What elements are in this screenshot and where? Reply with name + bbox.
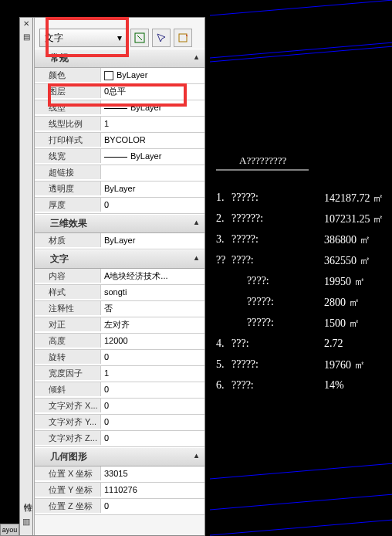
layout-tab[interactable]: ayou bbox=[0, 524, 19, 536]
drawing-row-num[interactable]: ?? bbox=[216, 254, 225, 266]
group-header[interactable]: 三维效果▴ bbox=[35, 214, 204, 233]
property-value[interactable]: 0 bbox=[101, 198, 204, 213]
drawing-row-value[interactable]: 14% bbox=[324, 379, 344, 392]
property-value[interactable]: 12000 bbox=[101, 334, 204, 349]
property-value[interactable]: 1 bbox=[101, 117, 204, 132]
properties-list[interactable]: 常规▴颜色ByLayer图层0总平线型ByLayer线型比例1打印样式BYCOL… bbox=[35, 49, 204, 535]
property-row[interactable]: 图层0总平 bbox=[35, 84, 204, 100]
property-row[interactable]: 超链接 bbox=[35, 165, 204, 181]
property-value[interactable]: ByLayer bbox=[101, 68, 204, 83]
drawing-row-label[interactable]: ??????: bbox=[231, 212, 263, 225]
property-value[interactable]: 0 bbox=[101, 499, 204, 514]
collapse-arrow-icon[interactable]: ▴ bbox=[194, 451, 198, 460]
group-header[interactable]: 几何图形▴ bbox=[35, 447, 204, 466]
property-row[interactable]: 位置 Z 坐标0 bbox=[35, 499, 204, 515]
drawing-title[interactable]: A????????? bbox=[239, 154, 286, 167]
property-row[interactable]: 透明度ByLayer bbox=[35, 181, 204, 198]
property-value[interactable]: 0 bbox=[101, 382, 204, 398]
quick-select-icon[interactable] bbox=[130, 29, 149, 47]
property-row[interactable]: 样式songti bbox=[35, 285, 204, 301]
property-row[interactable]: 文字对齐 Y...0 bbox=[35, 415, 204, 431]
drawing-row-label[interactable]: ???: bbox=[231, 338, 249, 350]
drawing-row-num[interactable]: 6. bbox=[216, 379, 225, 392]
property-row[interactable]: 位置 X 坐标33015 bbox=[35, 466, 204, 483]
close-icon[interactable]: ✕ bbox=[20, 19, 32, 31]
select-objects-icon[interactable] bbox=[152, 29, 171, 47]
property-row[interactable]: 材质ByLayer bbox=[35, 233, 204, 249]
property-row[interactable]: 打印样式BYCOLOR bbox=[35, 133, 204, 149]
drawing-row-label[interactable]: ?????: bbox=[231, 233, 259, 246]
drawing-row-value[interactable]: 107231.25 ㎡ bbox=[324, 212, 384, 226]
drawing-row-value[interactable]: 19760 ㎡ bbox=[324, 358, 365, 372]
drawing-row-label[interactable]: ?????: bbox=[247, 296, 274, 308]
property-label: 位置 X 坐标 bbox=[35, 466, 101, 480]
property-row[interactable]: 旋转0 bbox=[35, 350, 204, 366]
collapse-arrow-icon[interactable]: ▴ bbox=[194, 218, 198, 226]
toggle-pickadd-icon[interactable] bbox=[174, 29, 192, 47]
property-label: 高度 bbox=[35, 334, 101, 348]
svg-rect-8 bbox=[179, 34, 187, 42]
drawing-row-label[interactable]: ?????: bbox=[231, 358, 259, 371]
object-type-selector[interactable]: 文字 ▾ bbox=[39, 29, 127, 47]
property-value[interactable]: ByLayer bbox=[101, 233, 204, 249]
property-value[interactable]: songti bbox=[101, 285, 204, 300]
group-header[interactable]: 常规▴ bbox=[35, 49, 204, 68]
property-value[interactable]: 1110276 bbox=[101, 483, 204, 498]
property-row[interactable]: 对正左对齐 bbox=[35, 317, 204, 334]
property-row[interactable]: 颜色ByLayer bbox=[35, 68, 204, 84]
property-value[interactable]: 33015 bbox=[101, 466, 204, 482]
drawing-row-value[interactable]: 1500 ㎡ bbox=[324, 317, 360, 331]
drawing-row-label[interactable]: ?????: bbox=[231, 192, 259, 204]
menu-icon[interactable]: ▤ bbox=[20, 32, 32, 44]
property-row[interactable]: 文字对齐 X...0 bbox=[35, 399, 204, 415]
property-value[interactable]: 0总平 bbox=[101, 84, 204, 100]
collapse-arrow-icon[interactable]: ▴ bbox=[194, 253, 198, 262]
pin-icon[interactable]: ▥ bbox=[21, 517, 32, 528]
property-value[interactable]: 左对齐 bbox=[101, 317, 204, 333]
drawing-row-num[interactable]: 5. bbox=[216, 358, 225, 371]
property-value[interactable]: 0 bbox=[101, 415, 204, 430]
property-value[interactable] bbox=[101, 165, 204, 181]
property-label: 图层 bbox=[35, 84, 101, 98]
property-value[interactable]: 1 bbox=[101, 366, 204, 382]
collapse-arrow-icon[interactable]: ▴ bbox=[194, 53, 198, 61]
drawing-row-value[interactable]: 362550 ㎡ bbox=[324, 254, 370, 268]
property-value[interactable]: 0 bbox=[101, 431, 204, 446]
drawing-row-value[interactable]: 2800 ㎡ bbox=[324, 296, 360, 310]
property-row[interactable]: 注释性否 bbox=[35, 301, 204, 317]
property-row[interactable]: 倾斜0 bbox=[35, 382, 204, 399]
property-value[interactable]: A地块经济技术... bbox=[101, 269, 204, 284]
drawing-row-num[interactable]: 3. bbox=[216, 233, 225, 246]
property-value[interactable]: ByLayer bbox=[101, 149, 204, 165]
property-row[interactable]: 内容A地块经济技术... bbox=[35, 269, 204, 285]
drawing-row-num[interactable]: 4. bbox=[216, 338, 225, 350]
property-value[interactable]: 0 bbox=[101, 350, 204, 365]
property-label: 超链接 bbox=[35, 165, 101, 179]
chevron-down-icon: ▾ bbox=[117, 32, 122, 43]
drawing-row-label[interactable]: ????: bbox=[231, 379, 254, 392]
drawing-row-label[interactable]: ?????: bbox=[247, 317, 274, 329]
drawing-row-value[interactable]: 19950 ㎡ bbox=[324, 275, 365, 289]
property-row[interactable]: 线型ByLayer bbox=[35, 100, 204, 117]
property-row[interactable]: 宽度因子1 bbox=[35, 366, 204, 382]
drawing-row-value[interactable]: 2.72 bbox=[324, 338, 343, 350]
property-row[interactable]: 线型比例1 bbox=[35, 117, 204, 133]
property-value[interactable]: ByLayer bbox=[101, 181, 204, 197]
property-value[interactable]: ByLayer bbox=[101, 100, 204, 116]
property-row[interactable]: 厚度0 bbox=[35, 198, 204, 214]
property-row[interactable]: 高度12000 bbox=[35, 334, 204, 350]
drawing-row-label[interactable]: ????: bbox=[231, 254, 254, 266]
property-value[interactable]: 否 bbox=[101, 301, 204, 317]
group-header[interactable]: 文字▴ bbox=[35, 249, 204, 269]
property-row[interactable]: 位置 Y 坐标1110276 bbox=[35, 483, 204, 499]
drawing-row-num[interactable]: 1. bbox=[216, 192, 225, 204]
drawing-row-num[interactable]: 2. bbox=[216, 212, 225, 225]
drawing-row-value[interactable]: 386800 ㎡ bbox=[324, 233, 370, 247]
property-row[interactable]: 线宽ByLayer bbox=[35, 149, 204, 165]
drawing-row-value[interactable]: 142187.72 ㎡ bbox=[324, 192, 384, 205]
property-value[interactable]: BYCOLOR bbox=[101, 133, 204, 148]
property-label: 颜色 bbox=[35, 68, 101, 82]
property-row[interactable]: 文字对齐 Z...0 bbox=[35, 431, 204, 447]
drawing-row-label[interactable]: ????: bbox=[247, 275, 269, 287]
property-value[interactable]: 0 bbox=[101, 399, 204, 414]
